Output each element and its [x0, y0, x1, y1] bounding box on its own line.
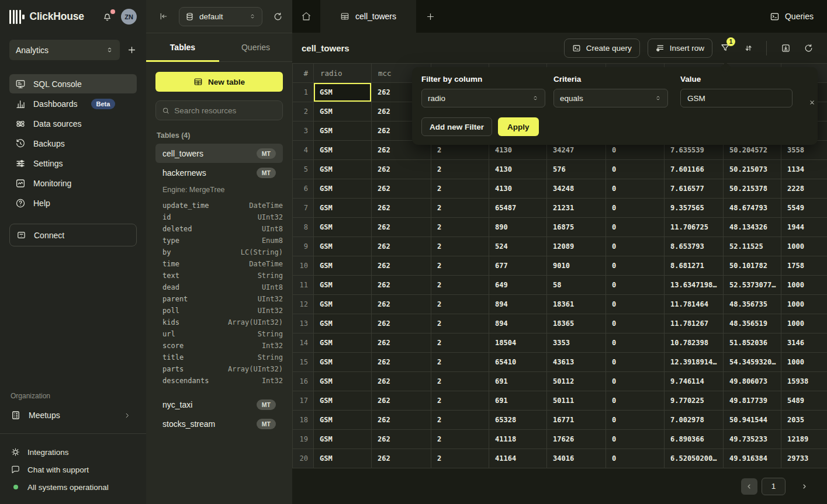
grid-cell[interactable]: 2	[431, 160, 489, 179]
user-avatar[interactable]: ZN	[121, 9, 137, 25]
grid-cell[interactable]: 50111	[547, 391, 606, 411]
grid-cell[interactable]: GSM	[314, 391, 372, 411]
grid-cell[interactable]: 2	[431, 295, 489, 314]
sidebar-item-data-sources[interactable]: Data sources	[9, 114, 137, 133]
grid-cell[interactable]: 262	[372, 237, 431, 256]
grid-cell[interactable]: 2	[431, 411, 489, 430]
grid-cell[interactable]: 524	[489, 237, 547, 256]
grid-cell[interactable]: 2	[431, 372, 489, 391]
grid-cell[interactable]: GSM	[314, 333, 372, 353]
grid-cell[interactable]: 3353	[547, 333, 606, 353]
sidebar-item-all-systems-operational[interactable]: All systems operational	[9, 478, 137, 496]
grid-cell[interactable]: 52.11525	[724, 237, 781, 256]
grid-cell[interactable]: 49.916384	[724, 449, 781, 468]
grid-header-radio[interactable]: radio	[314, 64, 372, 83]
grid-cell[interactable]: 894	[489, 295, 547, 314]
grid-cell[interactable]: 11.706725	[665, 218, 724, 237]
grid-cell[interactable]: GSM	[314, 372, 372, 391]
apply-filter-button[interactable]: Apply	[498, 117, 539, 136]
grid-cell[interactable]: 262	[372, 179, 431, 199]
sidebar-item-chat-with-support[interactable]: Chat with support	[9, 461, 137, 478]
grid-cell[interactable]: GSM	[314, 121, 372, 141]
explorer-tab-queries[interactable]: Queries	[219, 33, 292, 61]
grid-cell[interactable]: GSM	[314, 179, 372, 199]
grid-cell[interactable]: 2	[431, 449, 489, 468]
next-page-button[interactable]	[796, 478, 812, 495]
grid-cell[interactable]: 262	[372, 295, 431, 314]
grid-cell[interactable]: 2228	[781, 179, 827, 199]
grid-cell[interactable]: 65328	[489, 411, 547, 430]
grid-cell[interactable]: 6.52050200…	[665, 449, 724, 468]
grid-cell[interactable]: 1944	[781, 218, 827, 237]
grid-cell[interactable]: 0	[606, 333, 665, 353]
sidebar-item-meetups[interactable]: Meetups	[9, 405, 137, 425]
grid-cell[interactable]: 1000	[781, 295, 827, 314]
grid-cell[interactable]: 2	[431, 237, 489, 256]
workspace-select[interactable]: Analytics	[9, 40, 120, 60]
grid-cell[interactable]: 48.356735	[724, 295, 781, 314]
connect-button[interactable]: Connect	[9, 224, 137, 246]
grid-cell[interactable]: 9.746114	[665, 372, 724, 391]
grid-cell[interactable]: 262	[372, 199, 431, 218]
table-item-cell-towers[interactable]: cell_towersMT	[155, 144, 283, 163]
grid-cell[interactable]: GSM	[314, 276, 372, 295]
grid-cell[interactable]: 49.735233	[724, 430, 781, 449]
grid-cell[interactable]: 2	[431, 353, 489, 372]
grid-cell[interactable]: 8.681271	[665, 256, 724, 276]
filter-criteria-select[interactable]: equals	[553, 89, 668, 107]
grid-cell[interactable]: 3146	[781, 333, 827, 353]
grid-cell[interactable]: 262	[372, 218, 431, 237]
grid-cell[interactable]: GSM	[314, 199, 372, 218]
grid-cell[interactable]: 2	[431, 276, 489, 295]
grid-cell[interactable]: 0	[606, 372, 665, 391]
grid-cell[interactable]: 2	[431, 199, 489, 218]
sidebar-item-help[interactable]: Help	[9, 193, 137, 213]
table-item-hackernews[interactable]: hackernewsMT	[155, 163, 283, 182]
grid-cell[interactable]: GSM	[314, 430, 372, 449]
grid-cell[interactable]: 5549	[781, 199, 827, 218]
grid-cell[interactable]: 0	[606, 314, 665, 333]
grid-cell[interactable]: 262	[372, 333, 431, 353]
grid-cell[interactable]: 262	[372, 372, 431, 391]
grid-cell[interactable]: 1000	[781, 237, 827, 256]
new-table-button[interactable]: New table	[155, 72, 283, 92]
grid-cell[interactable]: 262	[372, 314, 431, 333]
grid-cell[interactable]: 1758	[781, 256, 827, 276]
prev-page-button[interactable]	[741, 478, 757, 495]
grid-cell[interactable]: 48.674793	[724, 199, 781, 218]
grid-cell[interactable]: 50.101782	[724, 256, 781, 276]
sidebar-item-integrations[interactable]: Integrations	[9, 443, 137, 461]
grid-cell[interactable]: 65487	[489, 199, 547, 218]
grid-cell[interactable]: 41118	[489, 430, 547, 449]
grid-cell[interactable]: 15938	[781, 372, 827, 391]
grid-cell[interactable]: 0	[606, 179, 665, 199]
queries-button[interactable]: Queries	[770, 12, 814, 22]
grid-cell[interactable]: 51.852036	[724, 333, 781, 353]
grid-cell[interactable]: 48.356519	[724, 314, 781, 333]
grid-cell[interactable]: 21231	[547, 199, 606, 218]
database-select[interactable]: default	[179, 7, 262, 26]
current-page[interactable]: 1	[762, 478, 786, 495]
grid-cell[interactable]: 0	[606, 449, 665, 468]
grid-cell[interactable]: 7.616577	[665, 179, 724, 199]
grid-cell[interactable]: 50.941544	[724, 411, 781, 430]
grid-cell[interactable]: 4130	[489, 160, 547, 179]
grid-cell[interactable]: 52.5373077…	[724, 276, 781, 295]
filter-value-input[interactable]	[680, 89, 793, 107]
grid-cell[interactable]: 29733	[781, 449, 827, 468]
grid-cell[interactable]: 691	[489, 391, 547, 411]
grid-cell[interactable]: 9.357565	[665, 199, 724, 218]
grid-cell[interactable]: 894	[489, 314, 547, 333]
grid-cell[interactable]: 16875	[547, 218, 606, 237]
grid-cell[interactable]: 48.134326	[724, 218, 781, 237]
grid-cell[interactable]: 12089	[547, 237, 606, 256]
grid-cell[interactable]: 0	[606, 276, 665, 295]
grid-cell[interactable]: 0	[606, 256, 665, 276]
refresh-tables-icon[interactable]	[273, 12, 283, 22]
grid-cell[interactable]: GSM	[314, 449, 372, 468]
grid-cell[interactable]: GSM	[314, 160, 372, 179]
grid-cell[interactable]: 5489	[781, 391, 827, 411]
sort-button[interactable]	[738, 38, 758, 58]
grid-cell[interactable]: 6.890366	[665, 430, 724, 449]
grid-cell[interactable]: 2	[431, 314, 489, 333]
